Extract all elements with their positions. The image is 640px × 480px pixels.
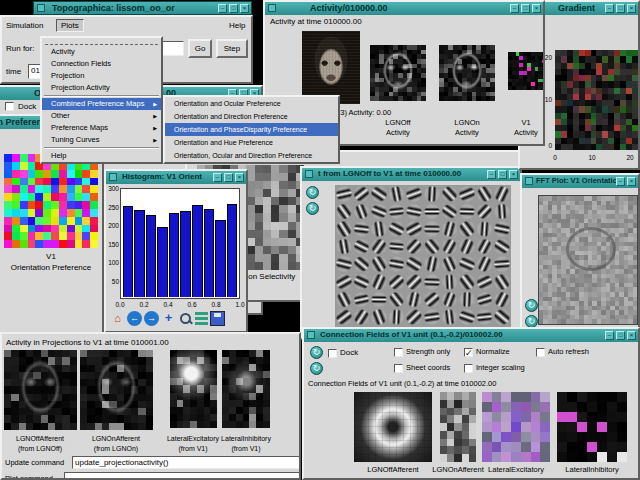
sheet-coords-checkbox[interactable] — [394, 364, 403, 373]
plot-command-input[interactable] — [64, 472, 300, 480]
dock-checkbox[interactable] — [328, 349, 337, 358]
maximize-button[interactable] — [616, 331, 625, 340]
window-menu-icon[interactable] — [268, 4, 276, 12]
refresh-button[interactable] — [525, 299, 538, 312]
gradient-plot-image — [555, 50, 638, 150]
window-menu-icon[interactable] — [307, 331, 315, 339]
histogram-bar — [215, 220, 226, 297]
update-command-input[interactable]: update_projectionactivity() — [72, 456, 300, 469]
menu-tearoff[interactable] — [45, 39, 158, 45]
minimize-button[interactable] — [616, 177, 625, 186]
cf-caption: Connection Fields of V1 unit (0.1,-0.2) … — [308, 379, 496, 389]
window-title: Connection Fields of V1 unit (0.1,-0.2)/… — [320, 330, 503, 339]
plot-command-label: Plot command — [5, 474, 53, 480]
titlebar[interactable]: Histogram: V1 Orient — [106, 171, 246, 184]
refresh-button[interactable] — [306, 186, 319, 199]
back-icon[interactable] — [127, 311, 142, 326]
lgnon-afferent-image — [80, 350, 153, 430]
menu-item-projection[interactable]: Projection — [42, 70, 161, 82]
time-label: time — [6, 67, 21, 77]
histogram-plot-area — [120, 188, 240, 299]
cf-lateral-excitatory-image — [482, 392, 550, 462]
menu-item-help[interactable]: Help — [42, 150, 161, 162]
titlebar[interactable]: t from LGNOff to V1 at time 010000.00 — [302, 168, 520, 181]
activity-blob-overlay — [222, 350, 270, 428]
window-title: Histogram: V1 Orient — [122, 172, 202, 181]
lateral-inhibitory-image — [222, 350, 270, 428]
close-button[interactable] — [627, 177, 636, 186]
plots-menu: Activity Connection Fields Projection Pr… — [40, 36, 163, 164]
window-fft: FFT Plot: V1 Orientation — [520, 173, 640, 333]
minimize-button[interactable] — [487, 170, 496, 179]
projection-sublabel: (from LGNOff) — [2, 444, 78, 454]
subplots-icon[interactable] — [195, 311, 208, 326]
redraw-button[interactable] — [310, 362, 323, 375]
close-button[interactable] — [509, 170, 518, 179]
step-button[interactable]: Step — [216, 39, 248, 58]
forward-icon[interactable] — [144, 311, 159, 326]
home-icon[interactable] — [110, 311, 125, 326]
titlebar[interactable]: Connection Fields of V1 unit (0.1,-0.2)/… — [304, 329, 638, 342]
titlebar[interactable]: Activity/010000.00 — [265, 2, 543, 15]
y-tick: 250 — [107, 204, 119, 211]
minimize-button[interactable] — [605, 4, 614, 13]
submenu-item-orientation-hue[interactable]: Orientation and Hue Preference — [165, 136, 338, 149]
auto-refresh-checkbox[interactable] — [536, 348, 545, 357]
cf-lateral-inhibitory-image — [557, 392, 627, 462]
menu-item-tuning-curves[interactable]: Tuning Curves — [42, 134, 161, 146]
projection-label: LGNOffAfferent — [2, 434, 78, 444]
submenu-item-orientation-ocular[interactable]: Orientation and Ocular Preference — [165, 97, 338, 110]
cf-lgnon-image — [440, 392, 476, 462]
integer-scaling-checkbox[interactable] — [464, 364, 473, 373]
face-ghost-overlay — [80, 350, 153, 430]
minimize-button[interactable] — [218, 4, 227, 13]
main-titlebar[interactable]: Topographica: lissom_oo_or — [33, 1, 252, 15]
window-menu-icon[interactable] — [305, 170, 313, 178]
x-tick: 0 — [551, 154, 559, 161]
cf-lgnoff-image — [354, 392, 432, 462]
menu-help[interactable]: Help — [229, 21, 245, 31]
menu-item-activity[interactable]: Activity — [42, 46, 161, 58]
window-histogram: Histogram: V1 Orient 300250200150100500.… — [104, 169, 248, 333]
save-icon[interactable] — [210, 311, 225, 326]
minimize-button[interactable] — [213, 173, 222, 182]
close-button[interactable] — [627, 331, 636, 340]
submenu-item-orientation-phasedisparity[interactable]: Orientation and PhaseDisparity Preferenc… — [165, 123, 338, 136]
menu-simulation[interactable]: Simulation — [6, 21, 43, 31]
normalize-checkbox[interactable]: ✓ — [464, 348, 473, 357]
minimize-button[interactable] — [510, 4, 519, 13]
menu-item-connection-fields[interactable]: Connection Fields — [42, 58, 161, 70]
dock-checkbox[interactable] — [5, 102, 14, 111]
menu-plots[interactable]: Plots — [56, 19, 84, 32]
submenu-item-orientation-ocular-direction[interactable]: Orientation, Ocular and Direction Prefer… — [165, 149, 338, 162]
menu-item-combined-preference-maps[interactable]: Combined Preference Maps — [42, 98, 161, 110]
maximize-button[interactable] — [616, 4, 625, 13]
window-menu-icon[interactable] — [525, 177, 533, 185]
redraw-button[interactable] — [306, 202, 319, 215]
pan-icon[interactable] — [161, 311, 176, 326]
submenu-item-orientation-direction[interactable]: Or­ientation and Direction Preference — [165, 110, 338, 123]
projection-sublabel: (from LGNOn) — [78, 444, 154, 454]
window-menu-icon[interactable] — [37, 4, 45, 12]
titlebar[interactable]: FFT Plot: V1 Orientation — [522, 175, 638, 188]
sheet-label: V1 — [4, 252, 98, 262]
close-button[interactable] — [235, 173, 244, 182]
close-button[interactable] — [532, 4, 541, 13]
go-button[interactable]: Go — [188, 39, 212, 58]
zoom-icon[interactable] — [178, 311, 193, 326]
menu-item-other[interactable]: Other — [42, 110, 161, 122]
menu-item-preference-maps[interactable]: Preference Maps — [42, 122, 161, 134]
strength-only-checkbox[interactable] — [394, 348, 403, 357]
integer-scaling-label: Integer scaling — [476, 363, 525, 373]
menu-item-projection-activity[interactable]: Projection Activity — [42, 82, 161, 94]
close-button[interactable] — [627, 4, 636, 13]
minimize-button[interactable] — [605, 331, 614, 340]
maximize-button[interactable] — [229, 4, 238, 13]
window-menu-icon[interactable] — [109, 173, 117, 181]
refresh-button[interactable] — [310, 346, 323, 359]
close-button[interactable] — [240, 4, 249, 13]
y-tick: 200 — [107, 222, 119, 229]
maximize-button[interactable] — [498, 170, 507, 179]
maximize-button[interactable] — [521, 4, 530, 13]
maximize-button[interactable] — [224, 173, 233, 182]
